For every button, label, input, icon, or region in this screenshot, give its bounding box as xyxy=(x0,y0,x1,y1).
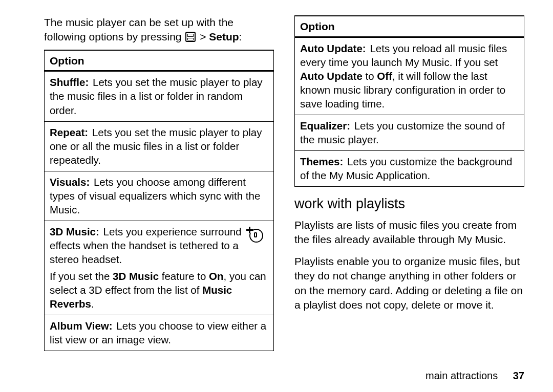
option-row-autoupdate: Auto Update: Lets you reload all music f… xyxy=(295,38,524,115)
two-column-layout: The music player can be set up with the … xyxy=(44,15,524,351)
option-table-right: Option Auto Update: Lets you reload all … xyxy=(294,15,524,187)
opt-shuffle-name: Shuffle: xyxy=(50,76,89,88)
option-row-repeat: Repeat: Lets you set the music player to… xyxy=(45,122,273,171)
option-row-visuals: Visuals: Lets you choose among different… xyxy=(45,171,273,221)
opt-auto-name: Auto Update: xyxy=(300,42,366,54)
section-heading-playlists: work with playlists xyxy=(294,196,524,212)
left-column: The music player can be set up with the … xyxy=(44,15,274,351)
intro-line2a: following options by pressing xyxy=(44,31,184,42)
option-row-equalizer: Equalizer: Lets you customize the sound … xyxy=(295,115,524,151)
playlists-paragraph-2: Playlists enable you to organize music f… xyxy=(294,254,524,312)
option-table-left: Option Shuffle: Lets you set the music p… xyxy=(44,50,274,352)
option-row-3dmusic: 3D Music: Lets you experience surround e… xyxy=(45,221,273,315)
option-header-right: Option xyxy=(295,16,524,38)
option-row-themes: Themes: Lets you customize the backgroun… xyxy=(295,151,524,186)
page-footer: main attractions 37 xyxy=(426,370,524,382)
option-row-albumview: Album View: Lets you choose to view eith… xyxy=(45,315,273,351)
footer-section: main attractions xyxy=(426,370,498,381)
menu-icon xyxy=(185,32,196,42)
intro-gt: > xyxy=(197,31,209,42)
intro-line1: The music player can be set up with the xyxy=(44,16,233,28)
intro-colon: : xyxy=(239,31,242,42)
manual-page: The music player can be set up with the … xyxy=(0,0,553,392)
option-row-shuffle: Shuffle: Lets you set the music player t… xyxy=(45,72,273,121)
opt-3d-extra: If you set the 3D Music feature to On, y… xyxy=(50,269,268,311)
page-number: 37 xyxy=(513,370,524,381)
right-column: Option Auto Update: Lets you reload all … xyxy=(294,15,524,351)
playlists-paragraph-1: Playlists are lists of music files you c… xyxy=(294,218,524,247)
opt-themes-name: Themes: xyxy=(300,156,343,167)
opt-eq-name: Equalizer: xyxy=(300,120,350,132)
setup-label: Setup xyxy=(209,31,239,42)
opt-album-name: Album View: xyxy=(50,320,113,332)
opt-visuals-name: Visuals: xyxy=(50,176,90,188)
opt-repeat-name: Repeat: xyxy=(50,126,88,138)
option-header-left: Option xyxy=(45,51,273,72)
intro-paragraph: The music player can be set up with the … xyxy=(44,15,274,45)
opt-3d-name: 3D Music: xyxy=(50,226,99,237)
headset-plus-icon xyxy=(249,229,263,243)
